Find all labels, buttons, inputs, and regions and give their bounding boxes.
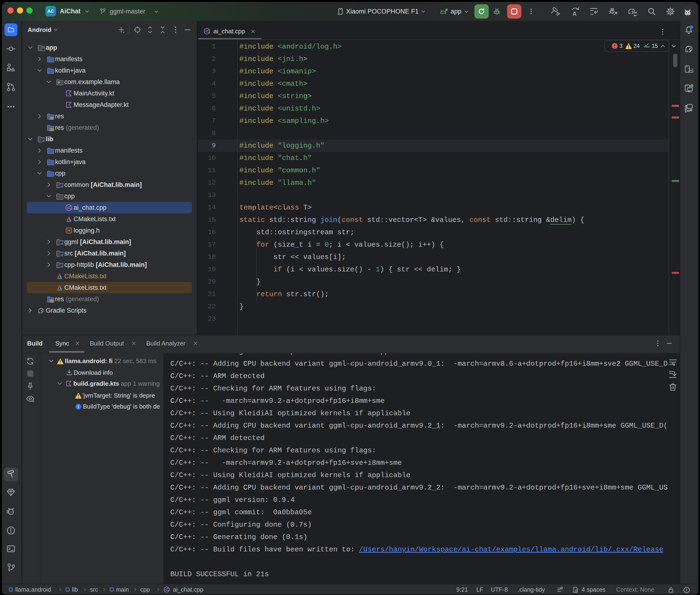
svg-text:A: A bbox=[572, 10, 577, 17]
svg-text:C: C bbox=[67, 206, 70, 210]
svg-text:C: C bbox=[205, 29, 208, 33]
svg-text:C: C bbox=[165, 588, 168, 591]
